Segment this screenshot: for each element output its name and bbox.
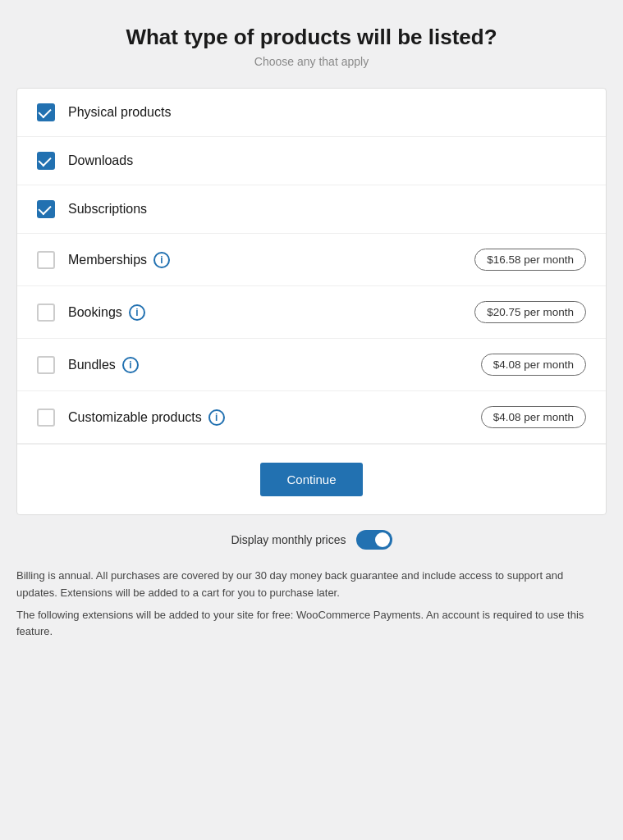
billing-note-line2: The following extensions will be added t…: [16, 607, 607, 641]
info-icon-bundles[interactable]: i: [122, 357, 139, 373]
toggle-label: Display monthly prices: [231, 533, 346, 546]
label-bookings: Bookings i: [68, 304, 474, 321]
checkbox-bundles[interactable]: [37, 356, 55, 374]
price-memberships: $16.58 per month: [474, 249, 586, 271]
option-customizable: Customizable products i $4.08 per month: [17, 391, 606, 444]
info-icon-memberships[interactable]: i: [153, 252, 170, 268]
page-title: What type of products will be listed?: [16, 25, 607, 50]
checkbox-physical[interactable]: [37, 103, 55, 121]
price-bookings: $20.75 per month: [474, 301, 586, 323]
checkbox-downloads[interactable]: [37, 152, 55, 170]
option-downloads: Downloads: [17, 137, 606, 185]
checkbox-memberships[interactable]: [37, 251, 55, 269]
options-card: Physical products Downloads Subscription…: [16, 88, 607, 515]
checkbox-customizable[interactable]: [37, 409, 55, 427]
price-customizable: $4.08 per month: [481, 406, 586, 428]
page-subtitle: Choose any that apply: [16, 55, 607, 68]
label-customizable: Customizable products i: [68, 409, 481, 426]
price-bundles: $4.08 per month: [481, 354, 586, 376]
checkbox-subscriptions[interactable]: [37, 200, 55, 218]
label-subscriptions: Subscriptions: [68, 202, 586, 217]
toggle-row: Display monthly prices: [16, 530, 607, 550]
monthly-prices-toggle[interactable]: [356, 530, 392, 550]
option-physical: Physical products: [17, 89, 606, 137]
option-subscriptions: Subscriptions: [17, 185, 606, 234]
continue-button[interactable]: Continue: [260, 463, 362, 496]
label-bundles: Bundles i: [68, 357, 481, 373]
billing-note: Billing is annual. All purchases are cov…: [16, 568, 607, 641]
continue-row: Continue: [17, 444, 606, 514]
option-memberships: Memberships i $16.58 per month: [17, 234, 606, 286]
label-physical: Physical products: [68, 105, 586, 120]
option-bookings: Bookings i $20.75 per month: [17, 286, 606, 339]
label-memberships: Memberships i: [68, 252, 474, 268]
checkbox-bookings[interactable]: [37, 304, 55, 322]
info-icon-bookings[interactable]: i: [129, 304, 145, 321]
option-bundles: Bundles i $4.08 per month: [17, 339, 606, 391]
label-downloads: Downloads: [68, 153, 586, 168]
billing-note-line1: Billing is annual. All purchases are cov…: [16, 568, 607, 602]
info-icon-customizable[interactable]: i: [208, 409, 225, 426]
